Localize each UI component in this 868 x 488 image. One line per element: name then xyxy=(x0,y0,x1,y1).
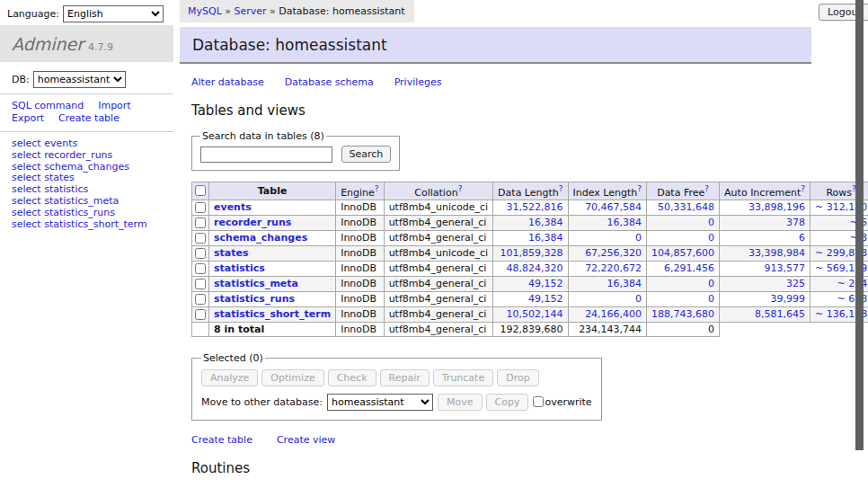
select-link[interactable]: select xyxy=(12,149,44,161)
index-length-link[interactable]: 24,166,400 xyxy=(585,308,642,320)
select-all-checkbox[interactable] xyxy=(195,185,206,196)
table-link[interactable]: statistics_meta xyxy=(44,195,119,207)
table-link[interactable]: recorder_runs xyxy=(44,149,112,161)
auto-increment-link[interactable]: 33,398,984 xyxy=(748,247,805,259)
table-name-link[interactable]: statistics_short_term xyxy=(214,308,331,320)
data-length-link[interactable]: 49,152 xyxy=(528,278,563,289)
row-checkbox[interactable] xyxy=(195,248,206,259)
search-input[interactable] xyxy=(200,146,332,163)
db-select[interactable]: homeassistant xyxy=(33,71,126,88)
index-length-link[interactable]: 72,220,672 xyxy=(585,262,642,274)
action-link-database-schema[interactable]: Database schema xyxy=(285,76,374,88)
search-button[interactable]: Search xyxy=(341,146,392,163)
auto-increment-link[interactable]: 325 xyxy=(786,278,805,289)
breadcrumb-item[interactable]: Server xyxy=(235,5,267,17)
select-link[interactable]: select xyxy=(12,138,44,149)
sidebar-link-sql-command[interactable]: SQL command xyxy=(12,100,84,111)
data-free-link[interactable]: 0 xyxy=(708,278,714,289)
table-link[interactable]: events xyxy=(44,138,77,149)
table-link[interactable]: schema_changes xyxy=(44,161,129,173)
data-length-link[interactable]: 16,384 xyxy=(528,232,563,244)
help-link[interactable]: ? xyxy=(458,184,463,193)
data-length-cell: 49,152 xyxy=(493,276,568,291)
data-free-link[interactable]: 0 xyxy=(708,217,714,228)
select-link[interactable]: select xyxy=(12,218,44,230)
help-link[interactable]: ? xyxy=(375,184,379,193)
data-length-link[interactable]: 48,824,320 xyxy=(507,262,563,274)
table-name-link[interactable]: schema_changes xyxy=(214,232,307,244)
index-length-link[interactable]: 0 xyxy=(635,293,642,305)
collation-cell: utf8mb4_unicode_ci xyxy=(384,245,492,261)
table-link[interactable]: statistics_short_term xyxy=(44,218,146,230)
breadcrumb-item: Database: homeassistant xyxy=(279,5,404,17)
data-free-link[interactable]: 104,857,600 xyxy=(651,247,714,259)
sidebar-link-export[interactable]: Export xyxy=(12,112,44,124)
overwrite-checkbox[interactable] xyxy=(533,396,544,407)
auto-increment-link[interactable]: 39,999 xyxy=(771,293,806,305)
help-link[interactable]: ? xyxy=(801,184,805,193)
index-length-link[interactable]: 16,384 xyxy=(607,278,642,289)
auto-increment-link[interactable]: 8,581,645 xyxy=(755,308,805,320)
auto-increment-link[interactable]: 378 xyxy=(786,217,805,228)
auto-increment-link[interactable]: 6 xyxy=(799,232,805,244)
help-link[interactable]: ? xyxy=(637,184,642,193)
action-link-privileges[interactable]: Privileges xyxy=(394,76,442,88)
row-checkbox[interactable] xyxy=(195,279,206,289)
table-link[interactable]: statistics xyxy=(44,183,88,195)
breadcrumb-item[interactable]: MySQL xyxy=(188,5,222,17)
data-length-link[interactable]: 31,522,816 xyxy=(507,201,563,213)
select-link[interactable]: select xyxy=(12,195,44,207)
select-link[interactable]: select xyxy=(12,172,44,183)
move-db-select[interactable]: homeassistant xyxy=(327,394,433,411)
select-link[interactable]: select xyxy=(12,161,44,173)
row-checkbox[interactable] xyxy=(195,217,206,228)
sidebar-link-create-table[interactable]: Create table xyxy=(58,112,120,124)
data-free-link[interactable]: 188,743,680 xyxy=(651,308,714,320)
row-checkbox[interactable] xyxy=(195,309,206,320)
table-link[interactable]: states xyxy=(44,172,75,183)
table-name-link[interactable]: events xyxy=(214,201,252,213)
index-length-cell: 16,384 xyxy=(568,215,647,230)
index-length-link[interactable]: 16,384 xyxy=(607,217,642,228)
data-length-cell: 48,824,320 xyxy=(493,261,568,276)
create-table-link[interactable]: Create table xyxy=(191,434,252,446)
row-checkbox[interactable] xyxy=(195,294,206,305)
index-length-link[interactable]: 67,256,320 xyxy=(585,247,642,259)
help-link[interactable]: ? xyxy=(704,184,709,193)
data-free-link[interactable]: 0 xyxy=(708,232,714,244)
auto-increment-link[interactable]: 913,577 xyxy=(765,262,806,274)
table-name-link[interactable]: statistics_meta xyxy=(214,278,298,289)
table-name-link[interactable]: recorder_runs xyxy=(214,217,291,228)
auto-increment-link[interactable]: 33,898,196 xyxy=(748,201,805,213)
sidebar-command-links: SQL commandImportExportCreate table xyxy=(12,100,146,125)
select-link[interactable]: select xyxy=(12,183,44,195)
data-length-link[interactable]: 101,859,328 xyxy=(500,247,563,259)
sidebar-link-import[interactable]: Import xyxy=(98,100,131,111)
help-link[interactable]: ? xyxy=(559,184,563,193)
data-free-link[interactable]: 6,291,456 xyxy=(664,262,714,274)
language-select[interactable]: English xyxy=(63,5,164,22)
row-checkbox[interactable] xyxy=(195,233,206,244)
table-name-link[interactable]: statistics_runs xyxy=(214,293,295,305)
sidebar-table-links: select eventsselect recorder_runsselect … xyxy=(12,138,147,230)
data-free-link[interactable]: 0 xyxy=(708,293,714,305)
data-length-cell: 10,502,144 xyxy=(493,306,568,322)
table-name-link[interactable]: statistics xyxy=(214,262,265,274)
data-length-link[interactable]: 16,384 xyxy=(528,217,563,228)
index-length-link[interactable]: 0 xyxy=(635,232,642,244)
create-view-link[interactable]: Create view xyxy=(277,434,335,446)
row-checkbox[interactable] xyxy=(195,202,206,213)
row-checkbox-cell xyxy=(192,276,209,291)
scrollbar-thumb[interactable] xyxy=(855,0,864,450)
data-length-link[interactable]: 10,502,144 xyxy=(507,308,563,320)
row-checkbox-cell xyxy=(192,261,209,276)
select-link[interactable]: select xyxy=(12,207,44,218)
action-link-alter-database[interactable]: Alter database xyxy=(191,76,264,88)
table-name-link[interactable]: states xyxy=(214,247,249,259)
index-length-link[interactable]: 70,467,584 xyxy=(585,201,642,213)
row-checkbox[interactable] xyxy=(195,263,206,274)
table-link[interactable]: statistics_runs xyxy=(44,207,115,218)
data-length-link[interactable]: 49,152 xyxy=(528,293,563,305)
data-free-link[interactable]: 50,331,648 xyxy=(658,201,714,213)
table-name-cell: statistics_short_term xyxy=(209,306,336,322)
